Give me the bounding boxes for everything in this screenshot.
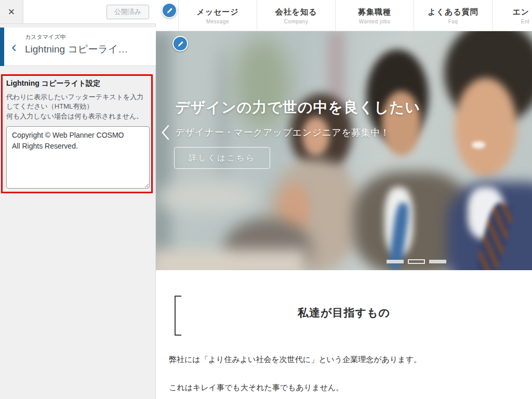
edit-hero-button[interactable] [172, 36, 188, 51]
customizer-sidebar: × 公開済み ‹ カスタマイズ中 Lightning コピーライ… Lightn… [0, 0, 156, 399]
nav-sublabel: Faq [448, 19, 458, 24]
nav-sublabel: Message [206, 19, 229, 24]
accent-strip [0, 28, 4, 66]
copyright-textarea[interactable]: Copyright © Web Planner COSMO All Rights… [6, 126, 150, 189]
hero-cta-button[interactable]: 詳しくはこちら [174, 147, 270, 169]
copyright-setting-section: Lightning コピーライト設定 代わりに表示したいフッターテキストを入力し… [6, 79, 150, 191]
chevron-left-icon [161, 134, 170, 142]
nav-item-message[interactable]: メッセージ Message [178, 0, 257, 31]
edit-nav-button[interactable] [162, 3, 177, 18]
slider-pagination-bar[interactable] [387, 260, 404, 263]
description-line-1: 代わりに表示したいフッターテキストを入力してください（HTML有効） [6, 93, 143, 110]
pencil-icon [177, 40, 184, 48]
nav-sublabel: Wanted jobs [359, 19, 391, 24]
mission-heading: 私達が目指すもの [156, 305, 532, 320]
hero-slider: デザインの力で世の中を良くしたい デザイナー・マークアップエンジニアを募集中！ … [156, 31, 532, 270]
customizer-app: × 公開済み ‹ カスタマイズ中 Lightning コピーライ… Lightn… [0, 0, 532, 399]
nav-label: よくある質問 [428, 7, 478, 17]
hero-subtitle: デザイナー・マークアップエンジニアを募集中！ [175, 126, 390, 139]
chevron-left-icon: ‹ [11, 38, 17, 55]
mission-paragraph-2: これはキレイ事でも大それた事でもありません。 [169, 383, 343, 393]
panel-titles: カスタマイズ中 Lightning コピーライ… [25, 33, 152, 56]
nav-label: メッセージ [196, 7, 238, 17]
hero-title: デザインの力で世の中を良くしたい [175, 98, 420, 117]
slider-pagination-bar[interactable] [429, 260, 446, 263]
nav-item-wanted-jobs[interactable]: 募集職種 Wanted jobs [335, 0, 414, 31]
nav-label: 募集職種 [358, 7, 391, 17]
panel-title: Lightning コピーライ… [25, 43, 152, 56]
mission-paragraph-1: 弊社には「より住みよい社会を次世代に」という企業理念があります。 [169, 355, 421, 365]
customizer-topbar: × 公開済み [0, 0, 156, 24]
slider-pagination [387, 260, 446, 264]
nav-label: 会社を知る [275, 7, 317, 17]
back-button[interactable]: ‹ [4, 28, 24, 66]
publish-button[interactable]: 公開済み [107, 5, 149, 19]
close-customizer-button[interactable]: × [0, 0, 23, 23]
nav-sublabel: Ent [521, 19, 530, 24]
description-line-2: 何も入力しない場合は何も表示されません。 [6, 112, 143, 120]
nav-item-entry[interactable]: エント Ent [492, 0, 532, 31]
slider-prev-button[interactable] [160, 125, 170, 140]
nav-sublabel: Company [284, 19, 308, 24]
nav-label: エント [512, 7, 532, 17]
breadcrumb: カスタマイズ中 [25, 33, 152, 41]
site-preview: メッセージ Message 会社を知る Company 募集職種 Wanted … [156, 0, 532, 399]
section-heading: Lightning コピーライト設定 [6, 79, 150, 88]
site-nav: メッセージ Message 会社を知る Company 募集職種 Wanted … [156, 0, 532, 31]
section-description: 代わりに表示したいフッターテキストを入力してください（HTML有効） 何も入力し… [6, 92, 150, 121]
close-icon: × [8, 5, 15, 18]
pencil-icon [166, 7, 174, 15]
nav-item-faq[interactable]: よくある質問 Faq [414, 0, 492, 31]
panel-header: ‹ カスタマイズ中 Lightning コピーライ… [0, 28, 156, 66]
slider-pagination-bar-active[interactable] [408, 259, 425, 264]
mission-section: 私達が目指すもの 弊社には「より住みよい社会を次世代に」という企業理念があります… [156, 270, 532, 399]
nav-item-company[interactable]: 会社を知る Company [257, 0, 335, 31]
